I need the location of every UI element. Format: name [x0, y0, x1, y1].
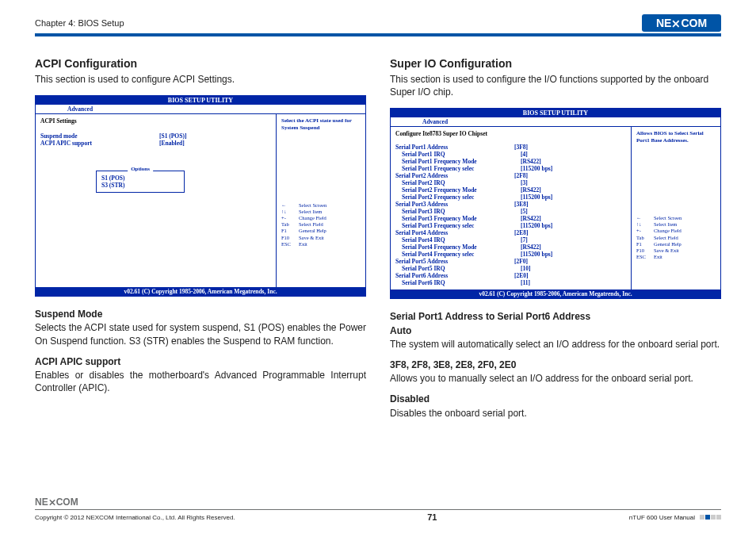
desc-heading: 3F8, 2F8, 3E8, 2E8, 2F0, 2E0	[390, 359, 721, 371]
chapter-label: Chapter 4: BIOS Setup	[35, 18, 124, 28]
bios-row[interactable]: Serial Port1 IRQ[4]	[395, 151, 626, 158]
bios-row[interactable]: Serial Port4 Frequency selec[115200 bps]	[395, 251, 626, 258]
bios-row-label: Serial Port1 Frequency selec	[395, 165, 521, 172]
bios-row[interactable]: Serial Port2 IRQ[3]	[395, 179, 626, 186]
bios-help-row: ESCExit	[281, 241, 361, 247]
bios-row-value: [RS422]	[521, 158, 541, 165]
footer-copyright: Copyright © 2012 NEXCOM International Co…	[35, 514, 235, 521]
bios-row[interactable]: Suspend mode [S1 (POS)]	[40, 132, 271, 140]
bios-row-label: Serial Port6 IRQ	[395, 279, 521, 286]
bios-row-value: [Enabled]	[159, 140, 185, 147]
svg-text:NE⨯COM: NE⨯COM	[656, 17, 707, 29]
footer-brand-logo: NE⨯COM	[35, 497, 721, 508]
bios-side-hint: Allows BIOS to Select Serial Port1 Base …	[636, 130, 716, 144]
bios-row-value: [115200 bps]	[521, 251, 552, 258]
bios-title: BIOS SETUP UTILITY	[36, 96, 365, 105]
section-intro-left: This section is used to configure ACPI S…	[35, 73, 366, 86]
desc-heading: Disabled	[390, 393, 721, 405]
bios-row-value: [10]	[521, 265, 531, 272]
bios-row[interactable]: Serial Port3 Frequency selec[115200 bps]	[395, 222, 626, 229]
bios-help-row: ↑↓Select Item	[636, 221, 716, 228]
section-title-left: ACPI Configuration	[35, 57, 366, 70]
bios-row[interactable]: Serial Port4 Frequency Mode[RS422]	[395, 243, 626, 251]
bios-row[interactable]: Serial Port2 Frequency selec[115200 bps]	[395, 194, 626, 201]
bios-row-label: Suspend mode	[40, 132, 159, 140]
bios-row-label: Serial Port6 Address	[395, 272, 514, 279]
bios-tab-advanced[interactable]: Advanced	[67, 105, 93, 113]
bios-row-value: [RS422]	[521, 215, 541, 222]
bios-row-value: [3]	[521, 179, 528, 186]
bios-row-label: Serial Port5 Address	[395, 258, 514, 265]
bios-help-row: F1General Help	[636, 241, 716, 247]
bios-row-label: Serial Port1 Address	[395, 144, 514, 151]
bios-tab-advanced[interactable]: Advanced	[422, 118, 448, 125]
bios-row[interactable]: Serial Port1 Frequency selec[115200 bps]	[395, 165, 626, 172]
bios-row-value: [115200 bps]	[521, 222, 552, 229]
bios-row-value: [S1 (POS)]	[159, 132, 186, 140]
bios-row-label: Serial Port4 Frequency selec	[395, 251, 521, 258]
bios-row[interactable]: Serial Port1 Address[3F8]	[395, 144, 626, 151]
brand-logo: NE⨯COM	[642, 14, 721, 32]
bios-row-label: Serial Port2 Frequency selec	[395, 194, 521, 201]
bios-help-row: +-Change Field	[281, 215, 361, 221]
bios-row-value: [2F0]	[514, 258, 528, 265]
desc-text: Allows you to manually select an I/O add…	[390, 373, 693, 384]
bios-row-label: Serial Port1 Frequency Mode	[395, 158, 521, 165]
footer-manual-name: nTUF 600 User Manual	[629, 514, 695, 521]
bios-row-label: Serial Port5 IRQ	[395, 265, 521, 272]
bios-row-label: Serial Port3 Address	[395, 201, 514, 208]
bios-row-label: Serial Port3 Frequency selec	[395, 222, 521, 229]
desc-heading: Serial Port1 Address to Serial Port6 Add…	[390, 310, 721, 323]
bios-row-label: Serial Port1 IRQ	[395, 151, 521, 158]
bios-row-value: [3F8]	[514, 144, 528, 151]
bios-side-hint: Select the ACPI state used for System Su…	[281, 117, 361, 131]
popup-option[interactable]: S1 (POS)	[101, 174, 179, 182]
bios-footer: v02.61 (C) Copyright 1985-2006, American…	[391, 290, 720, 298]
bios-row[interactable]: Serial Port3 Frequency Mode[RS422]	[395, 215, 626, 222]
footer-page-indicator-icon	[700, 515, 721, 520]
popup-option[interactable]: S3 (STR)	[101, 182, 179, 189]
bios-help-row: TabSelect Field	[636, 235, 716, 241]
bios-help-row: ←Select Screen	[281, 202, 361, 209]
bios-row-value: [2E8]	[514, 229, 529, 236]
bios-row[interactable]: Serial Port3 Address[3E8]	[395, 201, 626, 208]
bios-row[interactable]: Serial Port6 IRQ[11]	[395, 279, 626, 286]
section-title-right: Super IO Configuration	[390, 57, 721, 70]
bios-row[interactable]: Serial Port5 Address[2F0]	[395, 258, 626, 265]
bios-row-value: [RS422]	[521, 243, 541, 251]
bios-row[interactable]: Serial Port3 IRQ[5]	[395, 208, 626, 215]
bios-help-row: ESCExit	[636, 254, 716, 260]
bios-row-label: Serial Port4 IRQ	[395, 236, 521, 243]
bios-row-label: Serial Port2 Address	[395, 172, 514, 179]
bios-row-value: [3E8]	[514, 201, 529, 208]
bios-row[interactable]: Serial Port5 IRQ[10]	[395, 265, 626, 272]
bios-help-row: F1General Help	[281, 228, 361, 234]
bios-title: BIOS SETUP UTILITY	[391, 109, 720, 117]
desc-heading: Suspend Mode	[35, 308, 366, 320]
bios-row-value: [115200 bps]	[521, 194, 552, 201]
bios-row[interactable]: Serial Port6 Address[2E0]	[395, 272, 626, 279]
bios-row-label: Serial Port4 Frequency Mode	[395, 243, 521, 251]
bios-row[interactable]: Serial Port1 Frequency Mode[RS422]	[395, 158, 626, 165]
bios-help-row: TabSelect Field	[281, 221, 361, 228]
bios-panel-superio: BIOS SETUP UTILITY Advanced Configure It…	[390, 108, 721, 299]
desc-heading: Auto	[390, 324, 721, 337]
desc-text: Disables the onboard serial port.	[390, 408, 527, 419]
footer-page-number: 71	[427, 512, 437, 522]
bios-row[interactable]: Serial Port4 Address[2E8]	[395, 229, 626, 236]
bios-row[interactable]: Serial Port2 Frequency Mode[RS422]	[395, 186, 626, 194]
bios-row-value: [2E0]	[514, 272, 529, 279]
bios-row-value: [RS422]	[521, 186, 541, 194]
bios-row[interactable]: Serial Port2 Address[2F8]	[395, 172, 626, 179]
bios-row-value: [115200 bps]	[521, 165, 552, 172]
header-divider	[35, 33, 721, 36]
bios-subheading: ACPI Settings	[40, 117, 271, 125]
bios-row-value: [5]	[521, 208, 528, 215]
bios-row-value: [2F8]	[514, 172, 528, 179]
svg-text:NE⨯COM: NE⨯COM	[35, 497, 78, 508]
bios-help-row: +-Change Field	[636, 228, 716, 234]
bios-row[interactable]: ACPI APIC support [Enabled]	[40, 140, 271, 147]
bios-row[interactable]: Serial Port4 IRQ[7]	[395, 236, 626, 243]
bios-footer: v02.61 (C) Copyright 1985-2006, American…	[36, 287, 365, 296]
bios-help-row: F10Save & Exit	[636, 247, 716, 254]
